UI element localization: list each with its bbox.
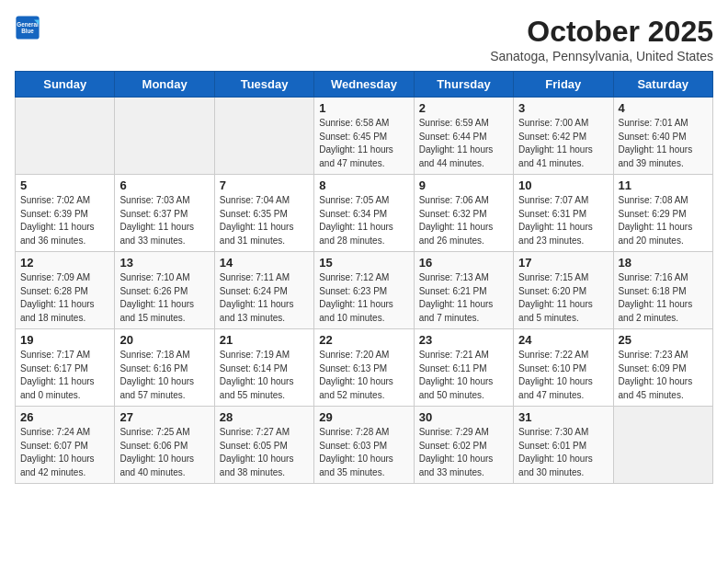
day-info: Sunrise: 7:19 AM Sunset: 6:14 PM Dayligh… [220,349,309,402]
logo: General Blue [15,15,40,40]
calendar-table: SundayMondayTuesdayWednesdayThursdayFrid… [15,71,713,484]
weekday-header-row: SundayMondayTuesdayWednesdayThursdayFrid… [16,72,713,98]
day-info: Sunrise: 6:58 AM Sunset: 6:45 PM Dayligh… [319,117,408,170]
calendar-cell [613,407,712,484]
day-number: 8 [319,178,408,192]
calendar-cell: 21Sunrise: 7:19 AM Sunset: 6:14 PM Dayli… [214,329,313,407]
calendar-cell: 4Sunrise: 7:01 AM Sunset: 6:40 PM Daylig… [613,98,712,175]
calendar-cell: 6Sunrise: 7:03 AM Sunset: 6:37 PM Daylig… [115,175,214,252]
calendar-cell: 30Sunrise: 7:29 AM Sunset: 6:02 PM Dayli… [414,407,513,484]
day-number: 29 [319,410,408,424]
calendar-cell [115,98,214,175]
day-info: Sunrise: 7:29 AM Sunset: 6:02 PM Dayligh… [419,426,508,479]
day-number: 28 [220,410,309,424]
logo-icon: General Blue [15,15,40,40]
day-number: 17 [518,256,608,270]
calendar-cell: 15Sunrise: 7:12 AM Sunset: 6:23 PM Dayli… [314,252,414,329]
day-info: Sunrise: 7:11 AM Sunset: 6:24 PM Dayligh… [220,271,309,325]
day-number: 21 [220,333,309,347]
weekday-header-friday: Friday [514,72,613,98]
day-info: Sunrise: 7:12 AM Sunset: 6:23 PM Dayligh… [319,271,408,325]
day-number: 30 [419,410,508,424]
day-number: 1 [319,101,408,115]
week-row-2: 5Sunrise: 7:02 AM Sunset: 6:39 PM Daylig… [16,175,713,252]
day-number: 25 [619,333,708,347]
weekday-header-saturday: Saturday [613,72,712,98]
day-number: 13 [119,256,209,270]
week-row-4: 19Sunrise: 7:17 AM Sunset: 6:17 PM Dayli… [16,329,713,407]
calendar-cell: 13Sunrise: 7:10 AM Sunset: 6:26 PM Dayli… [115,252,214,329]
day-info: Sunrise: 7:04 AM Sunset: 6:35 PM Dayligh… [220,194,309,247]
calendar-cell: 17Sunrise: 7:15 AM Sunset: 6:20 PM Dayli… [514,252,613,329]
day-info: Sunrise: 7:03 AM Sunset: 6:37 PM Dayligh… [119,194,209,247]
week-row-1: 1Sunrise: 6:58 AM Sunset: 6:45 PM Daylig… [16,98,713,175]
day-number: 18 [619,256,708,270]
day-number: 4 [619,101,708,115]
title-area: October 2025 Sanatoga, Pennsylvania, Uni… [490,15,713,63]
calendar-cell: 25Sunrise: 7:23 AM Sunset: 6:09 PM Dayli… [613,329,712,407]
day-info: Sunrise: 7:21 AM Sunset: 6:11 PM Dayligh… [419,349,508,402]
day-number: 2 [419,101,508,115]
calendar-cell: 1Sunrise: 6:58 AM Sunset: 6:45 PM Daylig… [314,98,414,175]
calendar-cell: 16Sunrise: 7:13 AM Sunset: 6:21 PM Dayli… [414,252,513,329]
weekday-header-monday: Monday [115,72,214,98]
week-row-5: 26Sunrise: 7:24 AM Sunset: 6:07 PM Dayli… [16,407,713,484]
day-number: 15 [319,256,408,270]
day-info: Sunrise: 7:01 AM Sunset: 6:40 PM Dayligh… [619,117,708,170]
calendar-subtitle: Sanatoga, Pennsylvania, United States [490,49,713,63]
day-number: 7 [220,178,309,192]
calendar-cell: 22Sunrise: 7:20 AM Sunset: 6:13 PM Dayli… [314,329,414,407]
calendar-cell: 12Sunrise: 7:09 AM Sunset: 6:28 PM Dayli… [16,252,115,329]
day-info: Sunrise: 7:18 AM Sunset: 6:16 PM Dayligh… [119,349,209,402]
calendar-cell: 7Sunrise: 7:04 AM Sunset: 6:35 PM Daylig… [214,175,313,252]
calendar-cell: 20Sunrise: 7:18 AM Sunset: 6:16 PM Dayli… [115,329,214,407]
day-info: Sunrise: 7:25 AM Sunset: 6:06 PM Dayligh… [119,426,209,479]
day-number: 20 [119,333,209,347]
day-number: 16 [419,256,508,270]
calendar-cell: 10Sunrise: 7:07 AM Sunset: 6:31 PM Dayli… [514,175,613,252]
calendar-cell: 3Sunrise: 7:00 AM Sunset: 6:42 PM Daylig… [514,98,613,175]
calendar-cell: 18Sunrise: 7:16 AM Sunset: 6:18 PM Dayli… [613,252,712,329]
day-number: 11 [619,178,708,192]
day-info: Sunrise: 7:09 AM Sunset: 6:28 PM Dayligh… [20,271,109,325]
day-number: 3 [518,101,608,115]
day-number: 5 [20,178,109,192]
day-info: Sunrise: 7:28 AM Sunset: 6:03 PM Dayligh… [319,426,408,479]
svg-text:General: General [17,21,39,28]
day-number: 10 [518,178,608,192]
day-info: Sunrise: 7:08 AM Sunset: 6:29 PM Dayligh… [619,194,708,247]
calendar-cell: 26Sunrise: 7:24 AM Sunset: 6:07 PM Dayli… [16,407,115,484]
calendar-cell: 5Sunrise: 7:02 AM Sunset: 6:39 PM Daylig… [16,175,115,252]
calendar-cell: 31Sunrise: 7:30 AM Sunset: 6:01 PM Dayli… [514,407,613,484]
weekday-header-thursday: Thursday [414,72,513,98]
weekday-header-tuesday: Tuesday [214,72,313,98]
calendar-cell [16,98,115,175]
calendar-cell: 19Sunrise: 7:17 AM Sunset: 6:17 PM Dayli… [16,329,115,407]
day-number: 26 [20,410,109,424]
day-info: Sunrise: 7:20 AM Sunset: 6:13 PM Dayligh… [319,349,408,402]
day-info: Sunrise: 7:16 AM Sunset: 6:18 PM Dayligh… [619,271,708,325]
day-number: 23 [419,333,508,347]
day-number: 24 [518,333,608,347]
day-info: Sunrise: 7:23 AM Sunset: 6:09 PM Dayligh… [619,349,708,402]
calendar-title: October 2025 [490,15,713,49]
header: General Blue October 2025 Sanatoga, Penn… [15,15,713,63]
calendar-cell: 2Sunrise: 6:59 AM Sunset: 6:44 PM Daylig… [414,98,513,175]
calendar-cell: 14Sunrise: 7:11 AM Sunset: 6:24 PM Dayli… [214,252,313,329]
day-info: Sunrise: 7:00 AM Sunset: 6:42 PM Dayligh… [518,117,608,170]
day-info: Sunrise: 7:07 AM Sunset: 6:31 PM Dayligh… [518,194,608,247]
calendar-cell: 23Sunrise: 7:21 AM Sunset: 6:11 PM Dayli… [414,329,513,407]
calendar-cell: 27Sunrise: 7:25 AM Sunset: 6:06 PM Dayli… [115,407,214,484]
day-info: Sunrise: 6:59 AM Sunset: 6:44 PM Dayligh… [419,117,508,170]
day-info: Sunrise: 7:27 AM Sunset: 6:05 PM Dayligh… [220,426,309,479]
day-number: 12 [20,256,109,270]
day-info: Sunrise: 7:10 AM Sunset: 6:26 PM Dayligh… [119,271,209,325]
day-info: Sunrise: 7:30 AM Sunset: 6:01 PM Dayligh… [518,426,608,479]
calendar-cell [214,98,313,175]
day-info: Sunrise: 7:05 AM Sunset: 6:34 PM Dayligh… [319,194,408,247]
weekday-header-sunday: Sunday [16,72,115,98]
calendar-cell: 29Sunrise: 7:28 AM Sunset: 6:03 PM Dayli… [314,407,414,484]
calendar-cell: 11Sunrise: 7:08 AM Sunset: 6:29 PM Dayli… [613,175,712,252]
weekday-header-wednesday: Wednesday [314,72,414,98]
day-info: Sunrise: 7:22 AM Sunset: 6:10 PM Dayligh… [518,349,608,402]
